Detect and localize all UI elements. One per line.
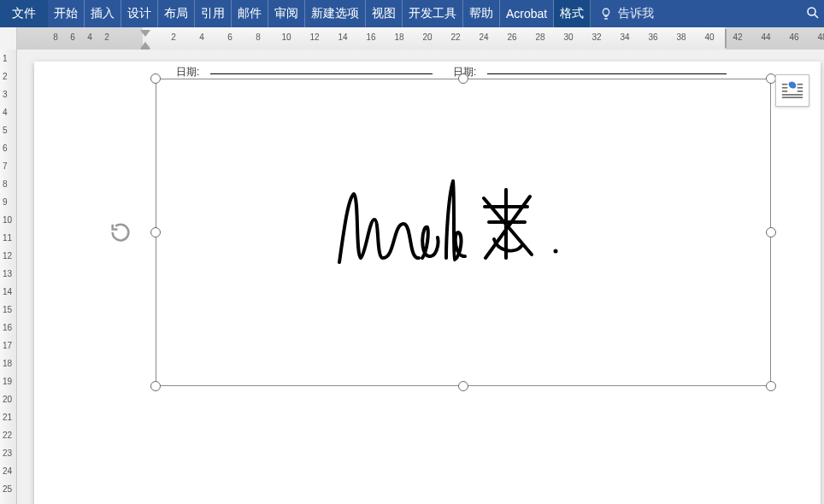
- tab-home[interactable]: 开始: [48, 0, 85, 27]
- ruler-tick: 46: [789, 32, 798, 42]
- resize-handle-bm[interactable]: [458, 381, 468, 391]
- ruler-tick: 18: [394, 32, 403, 42]
- svg-rect-8: [782, 94, 803, 96]
- vruler-tick: 23: [3, 448, 12, 458]
- resize-handle-br[interactable]: [766, 381, 776, 391]
- svg-rect-3: [782, 87, 788, 89]
- ruler-tick: 24: [479, 32, 488, 42]
- vruler-tick: 18: [3, 359, 12, 368]
- tab-acrobat[interactable]: Acrobat: [500, 0, 554, 27]
- date-underline-1: [210, 73, 433, 74]
- vruler-tick: 7: [3, 161, 8, 171]
- ruler-tick: 2: [104, 32, 109, 42]
- resize-handle-tl[interactable]: [150, 73, 161, 84]
- tab-newtab[interactable]: 新建选项: [305, 0, 366, 27]
- ruler-tick: 34: [620, 32, 629, 42]
- ruler-tick: 26: [507, 32, 516, 42]
- tab-view[interactable]: 视图: [366, 0, 403, 27]
- ruler-tick: 28: [535, 32, 544, 42]
- tell-me[interactable]: 告诉我: [591, 0, 662, 27]
- selected-image[interactable]: [156, 79, 771, 386]
- tab-insert[interactable]: 插入: [85, 0, 121, 27]
- ruler-tick: 48: [817, 32, 824, 42]
- vruler-tick: 5: [3, 126, 8, 135]
- vruler-tick: 2: [3, 72, 8, 81]
- vruler-tick: 25: [3, 484, 12, 494]
- resize-handle-mr[interactable]: [766, 227, 776, 237]
- tab-design[interactable]: 设计: [121, 0, 158, 27]
- vruler-tick: 1: [3, 54, 8, 63]
- vruler-tick: 21: [3, 413, 12, 422]
- ruler-tick: 4: [87, 32, 92, 42]
- ruler-tick: 14: [338, 32, 347, 42]
- ruler-tick: 30: [563, 32, 573, 42]
- resize-handle-ml[interactable]: [150, 227, 161, 237]
- ruler-tick: 2: [171, 32, 176, 42]
- ruler-tick: 6: [70, 32, 75, 42]
- rotate-handle[interactable]: [109, 220, 132, 244]
- date-label-1: 日期:: [176, 65, 199, 79]
- ruler-tick: 8: [53, 32, 58, 42]
- ruler-tick: 42: [733, 32, 742, 42]
- ruler-vertical[interactable]: 1234567891011121314151617181920212223242…: [0, 50, 17, 504]
- ruler-tick: 16: [366, 32, 375, 42]
- ruler-tick: 4: [199, 32, 204, 42]
- ruler-tick: 20: [422, 32, 432, 42]
- layout-options-button[interactable]: [775, 74, 809, 107]
- vruler-tick: 9: [3, 197, 8, 207]
- page: 日期: 日期:: [34, 62, 821, 504]
- vruler-tick: 13: [3, 269, 12, 278]
- svg-rect-4: [782, 91, 788, 92]
- lightbulb-icon: [599, 7, 613, 21]
- tab-format[interactable]: 格式: [554, 0, 591, 27]
- vruler-tick: 4: [3, 108, 8, 117]
- ruler-tick: 40: [704, 32, 714, 42]
- vruler-tick: 19: [3, 377, 12, 386]
- tab-layout[interactable]: 布局: [158, 0, 195, 27]
- date-underline-2: [487, 73, 727, 74]
- tab-review[interactable]: 审阅: [268, 0, 305, 27]
- vruler-tick: 16: [3, 323, 12, 332]
- tab-file[interactable]: 文件: [0, 0, 48, 27]
- vruler-tick: 24: [3, 466, 12, 476]
- indent-hanging[interactable]: [140, 42, 150, 49]
- vruler-tick: 8: [3, 179, 8, 189]
- vruler-tick: 15: [3, 305, 12, 314]
- vruler-tick: 11: [3, 233, 12, 243]
- tab-references[interactable]: 引用: [195, 0, 232, 27]
- resize-handle-bl[interactable]: [150, 381, 161, 391]
- vruler-tick: 6: [3, 144, 8, 153]
- ruler-tick: 10: [281, 32, 291, 42]
- ruler-horizontal-wrap: 8642246810121416182022242628303234363840…: [0, 27, 824, 50]
- tab-mailings[interactable]: 邮件: [232, 0, 268, 27]
- ruler-tick: 36: [648, 32, 657, 42]
- signature-graphic: [327, 173, 600, 292]
- ruler-tick: 44: [761, 32, 770, 42]
- document-canvas[interactable]: 日期: 日期:: [17, 50, 824, 504]
- ruler-tick: 22: [450, 32, 460, 42]
- vruler-tick: 3: [3, 90, 8, 99]
- svg-point-1: [554, 249, 558, 254]
- indent-first-line[interactable]: [140, 30, 150, 37]
- layout-options-icon: [781, 81, 803, 100]
- ruler-horizontal[interactable]: 8642246810121416182022242628303234363840…: [17, 27, 824, 50]
- svg-rect-2: [782, 84, 788, 85]
- vruler-tick: 20: [3, 395, 12, 404]
- resize-handle-tm[interactable]: [458, 73, 468, 84]
- search-icon[interactable]: [805, 5, 821, 21]
- svg-rect-9: [782, 97, 803, 98]
- svg-rect-5: [798, 84, 803, 85]
- ruler-corner: [0, 27, 17, 50]
- svg-rect-7: [798, 91, 803, 92]
- tab-developer[interactable]: 开发工具: [403, 0, 463, 27]
- tab-help[interactable]: 帮助: [463, 0, 500, 27]
- ruler-tick: 38: [676, 32, 686, 42]
- ruler-right-stop[interactable]: [725, 29, 727, 48]
- tell-me-label: 告诉我: [618, 6, 654, 21]
- svg-point-0: [808, 8, 815, 15]
- vruler-tick: 17: [3, 341, 12, 350]
- ruler-tick: 6: [227, 32, 232, 42]
- ruler-tick: 8: [256, 32, 261, 42]
- ruler-tick: 32: [592, 32, 601, 42]
- ruler-margin-left: [17, 27, 143, 50]
